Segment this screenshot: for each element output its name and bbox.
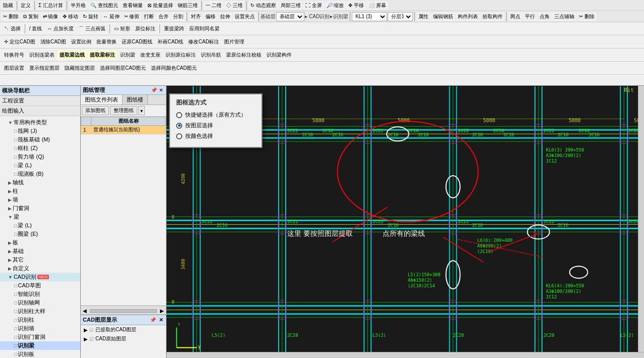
tree-identify-column-detail[interactable]: □ 识别柱大样	[0, 307, 80, 316]
clear-cad-btn[interactable]: 清除CAD图	[38, 37, 68, 46]
find-element-btn[interactable]: 🔍 查找图元	[88, 1, 120, 10]
three-point-aux-btn[interactable]: 三点辅轴	[552, 12, 576, 21]
select-same-layer-btn[interactable]: 选择同图层CAD图元	[98, 64, 148, 73]
draw-cad-btn[interactable]: 补画CAD线	[155, 37, 185, 46]
layer-settings-btn[interactable]: 图层设置	[2, 64, 26, 73]
tree-common-components[interactable]: ▼ 常用构件类型	[0, 118, 80, 127]
select-same-color-btn[interactable]: 选择同颜色CAD图元	[149, 64, 199, 73]
tree-smart-identify[interactable]: □ 智能识别	[0, 290, 80, 298]
tree-beam[interactable]: □ 梁 (L)	[0, 161, 80, 170]
rect-btn[interactable]: ▭ 矩形	[112, 24, 132, 33]
kl-select[interactable]: KL1 (3)	[352, 12, 387, 21]
split-btn[interactable]: 分割	[171, 12, 185, 21]
drawing-scrollbar[interactable]: ◀ ▶	[81, 305, 166, 316]
apply-same-name-btn[interactable]: 应用到同名梁	[187, 24, 222, 33]
in-place-annotate-btn[interactable]: 原位标注	[133, 24, 157, 33]
scroll-right-btn[interactable]: ▶	[158, 308, 166, 314]
tree-raft-net[interactable]: □ 筏网 (J)	[0, 127, 80, 135]
zoom-btn[interactable]: 🔎 缩放	[325, 1, 346, 10]
cad-layer-close[interactable]: ✕	[158, 317, 164, 323]
trim-btn[interactable]: ✂ 修剪	[122, 12, 142, 21]
cad-layer-pin[interactable]: 📌	[149, 317, 157, 323]
tree-door-window[interactable]: ▶ 门窗洞	[0, 204, 80, 213]
merge-btn[interactable]: 合并	[156, 12, 171, 21]
tree-raft-plate[interactable]: □ 筏板基础 (M)	[0, 135, 80, 144]
layer-select[interactable]: 基础层	[276, 12, 304, 21]
mirror-btn[interactable]: ⇄ 镜像	[41, 12, 61, 21]
3d-btn[interactable]: ◇ 三维	[224, 1, 245, 10]
drawing-more-btn[interactable]: ▾	[138, 106, 145, 115]
align-btn[interactable]: 对齐	[189, 12, 203, 21]
cad-layer-extracted[interactable]: ▶ ☑ 已提取的CAD图层	[81, 325, 166, 334]
pan-btn[interactable]: ✥ 平移	[346, 1, 366, 10]
tree-frame-column[interactable]: □ 框柱 (Z)	[0, 144, 80, 152]
tree-beam-l[interactable]: □ 梁 (L)	[0, 221, 80, 230]
tree-wall[interactable]: ▶ 墙	[0, 195, 80, 204]
batch-select-btn[interactable]: ⊠ 批量选择	[145, 1, 175, 10]
scroll-left-btn[interactable]: ◀	[81, 308, 89, 314]
select-btn[interactable]: ↖ 选择	[2, 24, 23, 33]
tree-slab[interactable]: ▶ 板	[0, 238, 80, 247]
rebar-3d-btn[interactable]: 钢筋三维	[176, 1, 200, 10]
cad-layer-original[interactable]: ▶ ☑ CAD原始图层	[81, 334, 166, 343]
point-length-btn[interactable]: ↔ 点加长度	[45, 24, 76, 33]
tree-custom[interactable]: ▶ 自定义	[0, 264, 80, 273]
screen-btn[interactable]: ⬜ 屏幕	[366, 1, 388, 10]
parallel-btn[interactable]: 平行	[523, 12, 537, 21]
delete-btn[interactable]: ✂ 删除	[1, 12, 21, 21]
identify-beam-component-btn[interactable]: 识别梁构件	[264, 50, 294, 60]
add-drawing-btn[interactable]: 添加图纸	[82, 106, 109, 115]
restore-cad-btn[interactable]: 还原CAD图线	[120, 37, 154, 46]
tree-column[interactable]: ▶ 柱	[0, 187, 80, 195]
scroll-track[interactable]	[90, 309, 157, 313]
break-btn[interactable]: 打断	[142, 12, 156, 21]
project-settings-item[interactable]: 工程设置	[0, 96, 80, 106]
change-support-btn[interactable]: 改变支座	[138, 50, 163, 60]
floor-select[interactable]: 分层1	[388, 12, 413, 21]
modify-cad-note-btn[interactable]: 修改CAD标注	[186, 37, 221, 46]
define-btn[interactable]: 定义	[19, 1, 33, 10]
drawing-panel-close[interactable]: ✕	[158, 87, 164, 93]
radio-by-color[interactable]: 按颜色选择	[176, 132, 255, 140]
locate-cad-btn[interactable]: ✛ 定位CAD图	[2, 37, 37, 46]
organize-drawing-btn[interactable]: 整理图纸	[110, 106, 137, 115]
delete2-btn[interactable]: ✂ 删除	[577, 12, 597, 21]
tree-identify-beam[interactable]: □ 识别梁	[0, 341, 80, 350]
tree-shear-wall[interactable]: □ 剪力墙 (Q)	[0, 152, 80, 161]
re-extract-span-btn[interactable]: 重提梁跨	[162, 24, 186, 33]
set-grip-btn[interactable]: 设置夹点	[233, 12, 257, 21]
tree-identify-door[interactable]: □ 识别门窗洞	[0, 333, 80, 341]
tree-identify-axis[interactable]: □ 识别轴网	[0, 298, 80, 307]
tree-axis[interactable]: ▶ 轴线	[0, 178, 80, 187]
tree-cad-identify[interactable]: ▼ CAD识别 NEW	[0, 273, 80, 281]
radio-shortcut[interactable]: 快捷键选择（原有方式）	[176, 111, 255, 119]
move-btn[interactable]: ✥ 移动	[61, 12, 80, 21]
line-btn[interactable]: / 直线	[27, 24, 44, 33]
identify-hanger-btn[interactable]: 识别吊筋	[199, 50, 223, 60]
tree-identify-column[interactable]: □ 识别柱	[0, 316, 80, 324]
show-specified-layer-btn[interactable]: 显示指定图层	[27, 64, 62, 73]
hide-btn[interactable]: 隐藏	[1, 1, 15, 10]
local-3d-btn[interactable]: 局部三维	[279, 1, 303, 10]
tab-drawing-file-list[interactable]: 图纸文件列表	[81, 95, 123, 105]
edit-rebar-btn[interactable]: 编辑钢筋	[431, 12, 455, 21]
tree-ring-beam[interactable]: □ 圈梁 (E)	[0, 230, 80, 238]
tree-cad-sketch[interactable]: □ CAD草图	[0, 281, 80, 290]
radio-by-layer[interactable]: 按图层选择	[176, 122, 255, 129]
drawing-input-item[interactable]: 绘图输入	[0, 106, 80, 116]
drawing-panel-pin[interactable]: 📌	[150, 87, 158, 93]
tree-identify-slab[interactable]: □ 识别板	[0, 350, 80, 358]
component-list-btn[interactable]: 构件列表	[456, 12, 480, 21]
extract-beam-note-btn[interactable]: 提取梁标注	[88, 50, 117, 60]
property-btn[interactable]: 属性	[416, 12, 431, 21]
horizontal-scrollbar[interactable]	[167, 352, 644, 358]
two-point-btn[interactable]: 两点	[508, 12, 522, 21]
stretch-btn[interactable]: 拉伸	[218, 12, 232, 21]
pick-component-btn[interactable]: 拾取构件	[480, 12, 505, 21]
three-arc-btn[interactable]: ⌒ 三点画弧	[77, 24, 108, 33]
copy-btn[interactable]: ⧉ 复制	[21, 12, 40, 21]
beam-inplace-check-btn[interactable]: 梁原位标注校核	[224, 50, 263, 60]
convert-symbol-btn[interactable]: 转换符号	[2, 50, 26, 60]
tree-foundation[interactable]: ▶ 基础	[0, 247, 80, 255]
identify-beam-btn[interactable]: 识别梁	[118, 50, 137, 60]
